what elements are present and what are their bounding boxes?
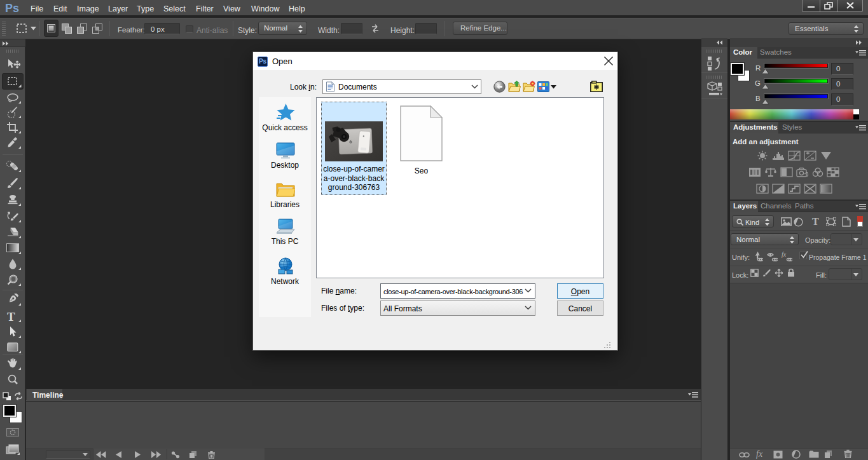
svg-text:fx: fx [782, 251, 787, 258]
